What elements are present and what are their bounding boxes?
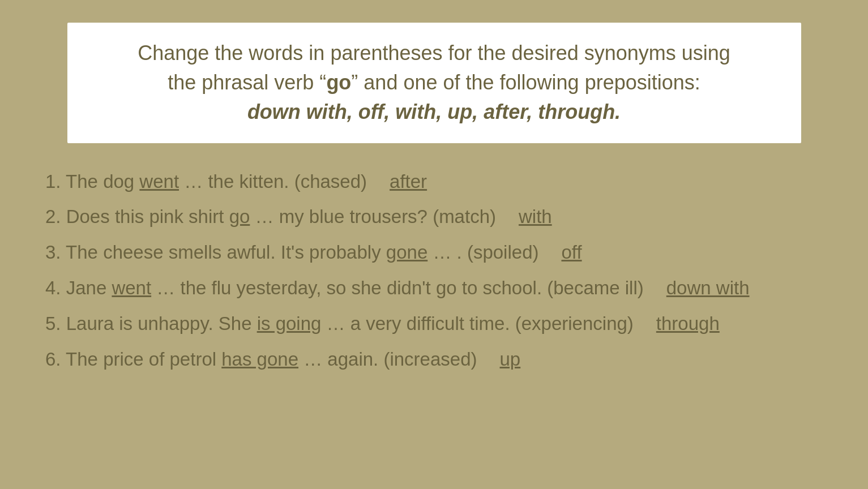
sentence-2-text: 2. Does this pink shirt go … my blue tro…: [45, 202, 496, 232]
sentence-5-underline: is going: [257, 313, 322, 334]
sentence-6-underline: has gone: [221, 349, 298, 370]
sentence-5-post: … a very difficult time. (experiencing): [321, 313, 633, 334]
sentence-4-text: 4. Jane went … the flu yesterday, so she…: [45, 273, 644, 303]
sentence-2-post: … my blue trousers? (match): [250, 206, 496, 227]
sentence-row-5: 5. Laura is unhappy. She is going … a ve…: [45, 309, 834, 339]
sentence-row-2: 2. Does this pink shirt go … my blue tro…: [45, 202, 834, 232]
sentence-6-post: … again. (increased): [298, 349, 477, 370]
sentence-1-underline: went: [139, 171, 179, 192]
sentence-4-underline: went: [112, 277, 151, 298]
sentence-6-number: 6. The price of petrol: [45, 349, 221, 370]
sentence-6-text: 6. The price of petrol has gone … again.…: [45, 345, 477, 375]
instruction-line2-post: ” and one of the following prepositions:: [351, 71, 700, 94]
instruction-prepositions: down with, off, with, up, after, through…: [247, 100, 621, 123]
sentence-4-post: … the flu yesterday, so she didn't go to…: [151, 277, 644, 298]
sentence-4-number: 4. Jane: [45, 277, 112, 298]
sentence-row-6: 6. The price of petrol has gone … again.…: [45, 345, 834, 375]
sentence-6-answer: up: [500, 345, 521, 375]
sentence-1-number: 1. The dog: [45, 171, 139, 192]
sentence-3-number: 3. The cheese smells awful. It's probabl…: [45, 242, 386, 263]
instruction-line2-pre: the phrasal verb “: [168, 71, 326, 94]
sentence-row-4: 4. Jane went … the flu yesterday, so she…: [45, 273, 834, 303]
sentence-3-text: 3. The cheese smells awful. It's probabl…: [45, 238, 538, 268]
sentence-4-answer: down with: [666, 273, 750, 303]
sentence-3-underline: gone: [386, 242, 427, 263]
sentence-3-answer: off: [561, 238, 581, 268]
instruction-go-word: go: [326, 71, 351, 94]
sentence-5-answer: through: [656, 309, 720, 339]
sentence-row-1: 1. The dog went … the kitten. (chased) a…: [45, 167, 834, 197]
sentence-1-post: … the kitten. (chased): [179, 171, 367, 192]
sentence-1-text: 1. The dog went … the kitten. (chased): [45, 167, 367, 197]
sentence-5-text: 5. Laura is unhappy. She is going … a ve…: [45, 309, 634, 339]
sentences-container: 1. The dog went … the kitten. (chased) a…: [34, 167, 834, 375]
sentence-2-answer: with: [519, 202, 552, 232]
instruction-box: Change the words in parentheses for the …: [66, 22, 802, 144]
sentence-2-underline: go: [229, 206, 250, 227]
sentence-row-3: 3. The cheese smells awful. It's probabl…: [45, 238, 834, 268]
instruction-line1: Change the words in parentheses for the …: [138, 41, 730, 65]
sentence-2-number: 2. Does this pink shirt: [45, 206, 229, 227]
sentence-1-answer: after: [390, 167, 427, 197]
sentence-3-post: … . (spoiled): [427, 242, 538, 263]
instruction-text: Change the words in parentheses for the …: [96, 38, 773, 127]
sentence-5-number: 5. Laura is unhappy. She: [45, 313, 257, 334]
